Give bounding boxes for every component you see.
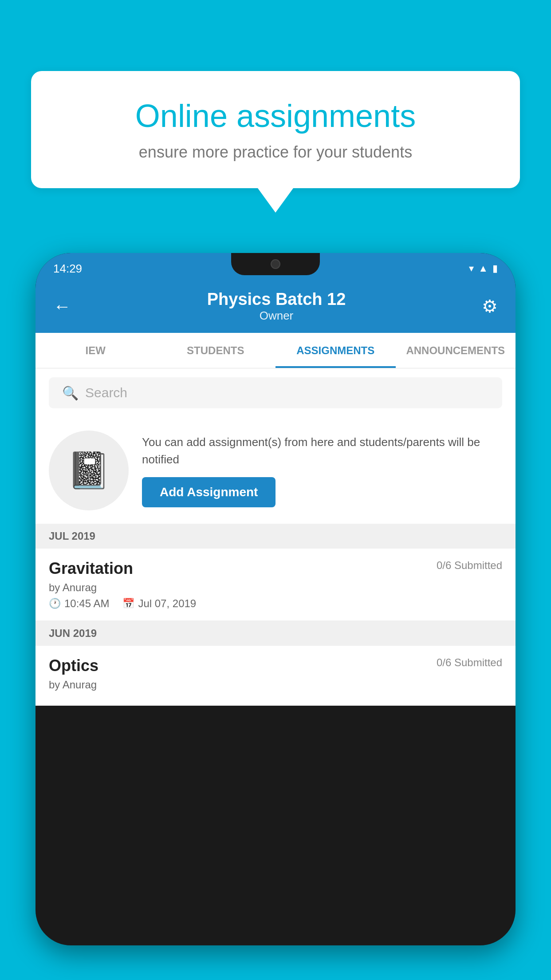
section-header-jul: JUL 2019 xyxy=(35,524,516,549)
assignment-name-gravitation: Gravitation xyxy=(49,559,133,578)
clock-icon: 🕐 xyxy=(49,598,61,609)
app-header: ← Physics Batch 12 Owner ⚙ xyxy=(35,280,516,333)
speech-bubble-tail xyxy=(258,188,293,213)
assignment-by-optics: by Anurag xyxy=(49,679,502,691)
section-header-jun: JUN 2019 xyxy=(35,621,516,646)
status-icons: ▾ ▲ ▮ xyxy=(469,263,498,274)
tab-announcements[interactable]: ANNOUNCEMENTS xyxy=(396,333,516,368)
assignment-item-top-optics: Optics 0/6 Submitted xyxy=(49,656,502,675)
tab-iew[interactable]: IEW xyxy=(35,333,156,368)
search-placeholder: Search xyxy=(85,385,127,400)
settings-icon[interactable]: ⚙ xyxy=(482,296,498,316)
assignment-right: You can add assignment(s) from here and … xyxy=(142,434,502,507)
assignment-item-gravitation[interactable]: Gravitation 0/6 Submitted by Anurag 🕐 10… xyxy=(35,549,516,621)
back-button[interactable]: ← xyxy=(53,296,71,316)
search-icon: 🔍 xyxy=(62,385,79,401)
phone-mockup: 14:29 ▾ ▲ ▮ ← Physics Batch 12 Owner ⚙ xyxy=(35,253,516,980)
speech-bubble-subtitle: ensure more practice for your students xyxy=(67,143,484,162)
assignment-date-gravitation: 📅 Jul 07, 2019 xyxy=(122,597,196,610)
wifi-icon: ▾ xyxy=(469,263,474,274)
assignment-description: You can add assignment(s) from here and … xyxy=(142,434,502,468)
assignment-by-gravitation: by Anurag xyxy=(49,581,502,594)
signal-icon: ▲ xyxy=(478,263,488,274)
status-time: 14:29 xyxy=(53,262,82,276)
header-center: Physics Batch 12 Owner xyxy=(207,290,346,323)
calendar-icon: 📅 xyxy=(122,598,134,609)
assignment-meta-gravitation: 🕐 10:45 AM 📅 Jul 07, 2019 xyxy=(49,597,502,610)
header-subtitle: Owner xyxy=(207,309,346,323)
phone-frame: 14:29 ▾ ▲ ▮ ← Physics Batch 12 Owner ⚙ xyxy=(35,253,516,945)
assignment-illustration: 📓 xyxy=(49,431,129,510)
assignment-item-top: Gravitation 0/6 Submitted xyxy=(49,559,502,578)
add-assignment-section: 📓 You can add assignment(s) from here an… xyxy=(35,417,516,524)
add-assignment-button[interactable]: Add Assignment xyxy=(142,477,276,507)
notebook-icon: 📓 xyxy=(67,450,111,491)
speech-bubble-title: Online assignments xyxy=(67,98,484,134)
tabs-bar: IEW STUDENTS ASSIGNMENTS ANNOUNCEMENTS xyxy=(35,333,516,368)
phone-screen: 14:29 ▾ ▲ ▮ ← Physics Batch 12 Owner ⚙ xyxy=(35,253,516,945)
assignment-submitted-gravitation: 0/6 Submitted xyxy=(437,559,502,572)
assignment-item-optics[interactable]: Optics 0/6 Submitted by Anurag xyxy=(35,646,516,706)
battery-icon: ▮ xyxy=(492,263,498,274)
speech-bubble-container: Online assignments ensure more practice … xyxy=(31,71,520,213)
assignment-time-gravitation: 🕐 10:45 AM xyxy=(49,597,109,610)
speech-bubble: Online assignments ensure more practice … xyxy=(31,71,520,188)
search-bar-wrapper: 🔍 Search xyxy=(35,368,516,417)
assignment-submitted-optics: 0/6 Submitted xyxy=(437,656,502,669)
phone-camera xyxy=(271,259,280,269)
screen-content: 🔍 Search 📓 You can add assignment(s) fro… xyxy=(35,368,516,706)
tab-assignments[interactable]: ASSIGNMENTS xyxy=(276,333,396,368)
phone-notch xyxy=(231,253,320,275)
assignment-name-optics: Optics xyxy=(49,656,98,675)
search-bar[interactable]: 🔍 Search xyxy=(49,377,502,408)
header-title: Physics Batch 12 xyxy=(207,290,346,309)
tab-students[interactable]: STUDENTS xyxy=(156,333,276,368)
